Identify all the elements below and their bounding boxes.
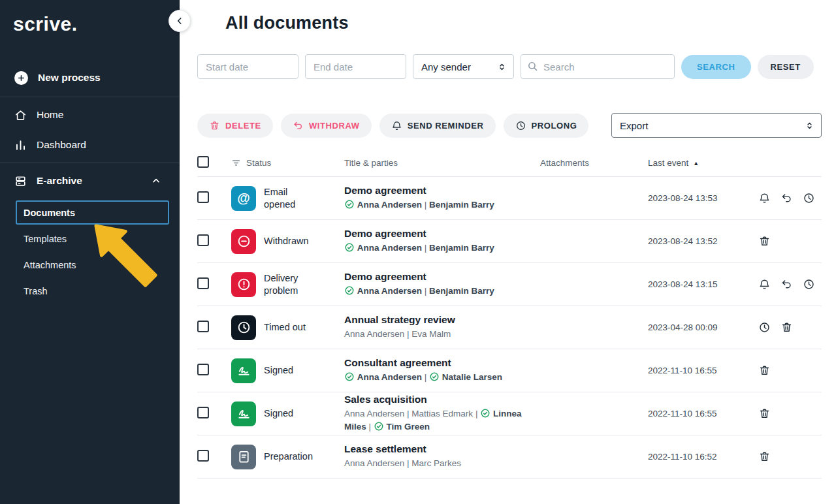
- new-process-label: New process: [38, 72, 101, 84]
- row-actions: [754, 235, 822, 247]
- document-icon: [236, 449, 251, 464]
- row-last-event: 2022-11-10 16:52: [648, 452, 754, 462]
- sidebar-item-home[interactable]: Home: [0, 100, 180, 130]
- earchive-subnav: Documents Templates Attachments Trash: [0, 196, 180, 303]
- row-checkbox[interactable]: [197, 407, 209, 418]
- row-actions: [754, 192, 822, 204]
- row-checkbox[interactable]: [197, 321, 209, 332]
- earchive-label: E-archive: [37, 175, 82, 187]
- prolong-clock-icon: [803, 278, 815, 291]
- row-last-event: 2022-11-10 16:55: [648, 366, 754, 375]
- prolong-action[interactable]: [803, 278, 815, 291]
- sidebar-item-earchive[interactable]: E-archive: [0, 166, 180, 196]
- row-last-event: 2023-08-24 13:53: [648, 193, 754, 203]
- dashboard-label: Dashboard: [37, 139, 86, 151]
- withdraw-action[interactable]: [780, 278, 793, 291]
- party-name: Anna Andersen: [357, 200, 422, 210]
- attachments-column-header: Attachments: [540, 158, 648, 168]
- withdraw-icon: [780, 192, 793, 204]
- send-reminder-label: SEND REMINDER: [408, 121, 484, 131]
- row-checkbox[interactable]: [197, 191, 209, 203]
- bell-action[interactable]: [758, 278, 771, 291]
- trash-action[interactable]: [758, 407, 771, 420]
- row-last-event: 2023-04-28 00:09: [648, 323, 754, 332]
- doc-parties: Anna Andersen | Mattias Edmark | Linnea …: [344, 407, 527, 434]
- prolong-action[interactable]: [758, 321, 771, 334]
- row-checkbox[interactable]: [197, 234, 209, 246]
- export-select[interactable]: Export: [611, 113, 822, 138]
- withdraw-action[interactable]: [780, 192, 793, 204]
- start-date-input[interactable]: [197, 54, 298, 79]
- signed-check-icon: [480, 408, 490, 418]
- status-label: Signed: [264, 407, 316, 420]
- filter-icon: [231, 158, 241, 168]
- doc-title: Sales acquisition: [344, 394, 527, 405]
- delete-button[interactable]: DELETE: [197, 114, 273, 138]
- row-last-event: 2022-11-10 16:55: [648, 409, 754, 418]
- main-content: All documents Any sender SEARCH RESET DE…: [180, 0, 836, 504]
- filter-bar: Any sender SEARCH RESET: [197, 54, 822, 79]
- row-actions: [754, 321, 822, 334]
- prolong-action[interactable]: [803, 192, 815, 204]
- doc-parties: Anna Andersen | Eva Malm: [344, 328, 527, 341]
- table-row[interactable]: Withdrawn Demo agreement Anna Andersen |…: [197, 220, 822, 263]
- row-checkbox[interactable]: [197, 450, 209, 462]
- search-button[interactable]: SEARCH: [681, 55, 751, 79]
- doc-title: Lease settlement: [344, 443, 527, 455]
- party-name: Anna Andersen: [357, 243, 422, 253]
- search-input[interactable]: [521, 54, 675, 79]
- party-name: Tim Green: [387, 422, 430, 432]
- app: scrive. New process Home Dashboard E-a: [0, 0, 836, 504]
- back-button[interactable]: [169, 10, 191, 32]
- trash-action[interactable]: [758, 450, 771, 463]
- status-label: Delivery problem: [264, 272, 316, 297]
- sidebar-item-trash[interactable]: Trash: [16, 279, 169, 303]
- status-icon: [231, 358, 256, 383]
- doc-title: Consultant agreement: [344, 357, 527, 369]
- prolong-button[interactable]: PROLONG: [504, 114, 589, 138]
- sidebar-item-attachments[interactable]: Attachments: [16, 253, 169, 277]
- withdraw-button[interactable]: WITHDRAW: [281, 114, 372, 138]
- templates-label: Templates: [24, 234, 67, 244]
- table-row[interactable]: Preparation Lease settlement Anna Anders…: [197, 435, 822, 479]
- bell-icon: [391, 120, 402, 131]
- search-icon: [527, 61, 538, 72]
- scrive-logo[interactable]: scrive.: [0, 0, 180, 35]
- send-reminder-button[interactable]: SEND REMINDER: [379, 114, 496, 138]
- signature-icon: [236, 406, 251, 421]
- attachments-label: Attachments: [24, 260, 76, 270]
- party-name: Anna Andersen: [344, 458, 404, 468]
- trash-action[interactable]: [758, 364, 771, 377]
- end-date-input[interactable]: [305, 54, 406, 79]
- table-row[interactable]: Signed Consultant agreement Anna Anderse…: [197, 349, 822, 392]
- status-icon: [231, 272, 256, 297]
- row-checkbox[interactable]: [197, 364, 209, 375]
- party-name: Anna Andersen: [357, 286, 422, 296]
- new-process-button[interactable]: New process: [0, 63, 180, 93]
- sidebar-divider: [0, 97, 180, 97]
- status-column-header[interactable]: Status: [231, 158, 344, 168]
- party-name: Benjamin Barry: [429, 200, 494, 210]
- table-row[interactable]: Delivery problem Demo agreement Anna And…: [197, 263, 822, 306]
- table-row[interactable]: Signed Sales acquisition Anna Andersen |…: [197, 392, 822, 435]
- row-checkbox[interactable]: [197, 277, 209, 289]
- table-row[interactable]: Timed out Annual strategy review Anna An…: [197, 306, 822, 349]
- reset-button[interactable]: RESET: [758, 55, 814, 79]
- doc-title: Demo agreement: [344, 271, 527, 283]
- last-event-column-header[interactable]: Last event ▲: [648, 158, 754, 168]
- at-icon: @: [237, 191, 250, 206]
- doc-parties: Anna Andersen | Benjamin Barry: [344, 285, 527, 298]
- sidebar-item-templates[interactable]: Templates: [16, 227, 169, 251]
- bell-action[interactable]: [758, 192, 771, 204]
- trash-action[interactable]: [758, 235, 771, 247]
- sidebar-item-documents[interactable]: Documents: [16, 200, 169, 225]
- signed-check-icon: [429, 371, 440, 382]
- sender-select[interactable]: Any sender: [413, 54, 514, 79]
- title-column-header: Title & parties: [344, 158, 540, 168]
- signed-check-icon: [344, 285, 355, 296]
- doc-parties: Anna Andersen | Marc Parkes: [344, 457, 527, 470]
- sidebar-item-dashboard[interactable]: Dashboard: [0, 130, 180, 160]
- trash-action[interactable]: [780, 321, 793, 334]
- select-all-checkbox[interactable]: [197, 156, 209, 168]
- table-row[interactable]: @ Email opened Demo agreement Anna Ander…: [197, 177, 822, 220]
